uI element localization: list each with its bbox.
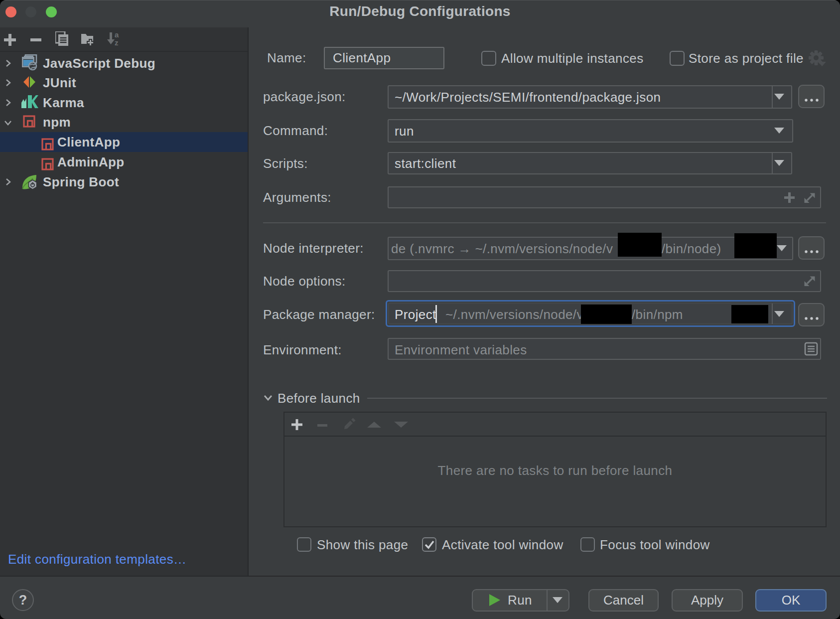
svg-text:a: a	[115, 31, 119, 39]
svg-text:z: z	[115, 38, 119, 46]
